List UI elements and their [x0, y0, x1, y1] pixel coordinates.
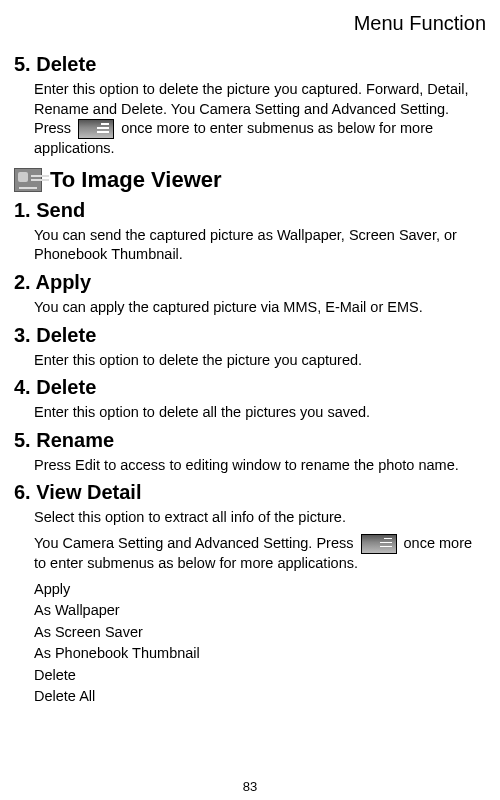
list-item: Delete All [34, 687, 486, 707]
list-item: As Phonebook Thumbnail [34, 644, 486, 664]
page-header: Menu Function [14, 12, 486, 35]
menu-button-icon [78, 119, 114, 139]
heading-5-rename: 5. Rename [14, 429, 486, 452]
body-4-delete: Enter this option to delete all the pict… [34, 403, 486, 423]
heading-1-send: 1. Send [14, 199, 486, 222]
heading-image-viewer-label: To Image Viewer [50, 167, 222, 193]
menu-button-icon [361, 534, 397, 554]
heading-6-view-detail: 6. View Detail [14, 481, 486, 504]
heading-2-apply: 2. Apply [14, 271, 486, 294]
image-viewer-icon [14, 168, 42, 192]
list-item: Apply [34, 580, 486, 600]
body-5-rename: Press Edit to access to editing window t… [34, 456, 486, 476]
heading-image-viewer: To Image Viewer [14, 167, 486, 193]
body-1-send: You can send the captured picture as Wal… [34, 226, 486, 265]
text-6b-a: You Camera Setting and Advanced Setting.… [34, 535, 353, 551]
body-5-delete: Enter this option to delete the picture … [34, 80, 486, 159]
body-6a: Select this option to extract all info o… [34, 508, 486, 528]
list-item: As Screen Saver [34, 623, 486, 643]
heading-5-delete: 5. Delete [14, 53, 486, 76]
page-number: 83 [0, 779, 500, 794]
body-3-delete: Enter this option to delete the picture … [34, 351, 486, 371]
body-6b: You Camera Setting and Advanced Setting.… [34, 534, 486, 574]
heading-3-delete: 3. Delete [14, 324, 486, 347]
list-item: As Wallpaper [34, 601, 486, 621]
list-item: Delete [34, 666, 486, 686]
body-2-apply: You can apply the captured picture via M… [34, 298, 486, 318]
heading-4-delete: 4. Delete [14, 376, 486, 399]
